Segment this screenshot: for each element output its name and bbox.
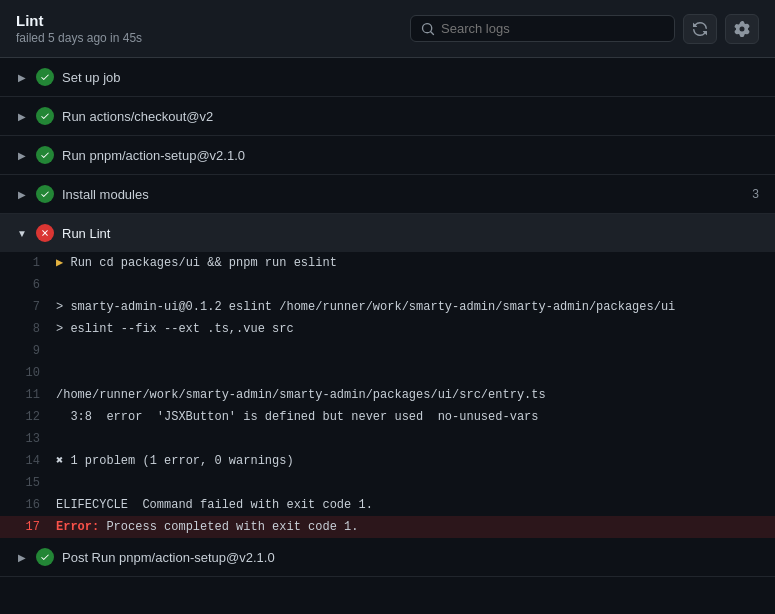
log-line-text-error: Error: Process completed with exit code …	[56, 517, 775, 537]
run-lint-header[interactable]: ▼ Run Lint	[0, 214, 775, 252]
step-label-setup: Set up job	[62, 70, 759, 85]
log-line-number: 10	[0, 363, 56, 383]
search-box[interactable]	[410, 15, 675, 42]
step-label-post-pnpm: Post Run pnpm/action-setup@v2.1.0	[62, 550, 759, 565]
log-line-number: 14	[0, 451, 56, 471]
log-line: 16 ELIFECYCLE Command failed with exit c…	[0, 494, 775, 516]
step-label-run-lint: Run Lint	[62, 226, 759, 241]
chevron-right-icon: ▶	[16, 189, 28, 200]
step-status-error	[36, 224, 54, 242]
log-line: 15	[0, 472, 775, 494]
header-info: Lint failed 5 days ago in 45s	[16, 12, 142, 45]
page-title: Lint	[16, 12, 142, 29]
chevron-right-icon: ▶	[16, 552, 28, 563]
log-section: 1 ▶ Run cd packages/ui && pnpm run eslin…	[0, 252, 775, 538]
search-input[interactable]	[441, 21, 664, 36]
log-line-text: /home/runner/work/smarty-admin/smarty-ad…	[56, 385, 775, 405]
log-line-error: 17 Error: Process completed with exit co…	[0, 516, 775, 538]
log-line-text: > eslint --fix --ext .ts,.vue src	[56, 319, 775, 339]
log-line: 6	[0, 274, 775, 296]
step-label-pnpm-setup: Run pnpm/action-setup@v2.1.0	[62, 148, 759, 163]
log-line-number: 12	[0, 407, 56, 427]
chevron-right-icon: ▶	[16, 72, 28, 83]
log-line-text: > smarty-admin-ui@0.1.2 eslint /home/run…	[56, 297, 775, 317]
step-status-success	[36, 68, 54, 86]
log-line-text: ✖ 1 problem (1 error, 0 warnings)	[56, 451, 775, 471]
triangle-icon: ▶	[56, 256, 63, 270]
chevron-right-icon: ▶	[16, 111, 28, 122]
step-status-success	[36, 146, 54, 164]
search-icon	[421, 22, 435, 36]
log-line-number: 15	[0, 473, 56, 493]
log-line: 10	[0, 362, 775, 384]
log-content: 1 ▶ Run cd packages/ui && pnpm run eslin…	[0, 252, 775, 538]
error-keyword: Error:	[56, 520, 99, 534]
log-line: 8 > eslint --fix --ext .ts,.vue src	[0, 318, 775, 340]
log-line-number: 1	[0, 253, 56, 273]
gear-icon	[734, 21, 750, 37]
log-line: 13	[0, 428, 775, 450]
step-item-run-lint: ▼ Run Lint 1 ▶ Run cd packages/ui && pnp…	[0, 214, 775, 538]
step-item-setup[interactable]: ▶ Set up job	[0, 58, 775, 97]
step-status-success	[36, 185, 54, 203]
log-line: 12 3:8 error 'JSXButton' is defined but …	[0, 406, 775, 428]
log-line: 14 ✖ 1 problem (1 error, 0 warnings)	[0, 450, 775, 472]
step-item-post-pnpm[interactable]: ▶ Post Run pnpm/action-setup@v2.1.0	[0, 538, 775, 577]
log-line-number: 17	[0, 517, 56, 537]
step-duration-install: 3	[752, 187, 759, 201]
step-label-install: Install modules	[62, 187, 759, 202]
page-subtitle: failed 5 days ago in 45s	[16, 31, 142, 45]
chevron-right-icon: ▶	[16, 150, 28, 161]
step-status-success	[36, 107, 54, 125]
log-line-text: ELIFECYCLE Command failed with exit code…	[56, 495, 775, 515]
step-item-checkout[interactable]: ▶ Run actions/checkout@v2	[0, 97, 775, 136]
log-line: 1 ▶ Run cd packages/ui && pnpm run eslin…	[0, 252, 775, 274]
header-actions	[410, 14, 759, 44]
step-item-pnpm-setup[interactable]: ▶ Run pnpm/action-setup@v2.1.0	[0, 136, 775, 175]
step-item-install[interactable]: ▶ Install modules 3	[0, 175, 775, 214]
log-line: 7 > smarty-admin-ui@0.1.2 eslint /home/r…	[0, 296, 775, 318]
log-line-number: 7	[0, 297, 56, 317]
log-line-text: ▶ Run cd packages/ui && pnpm run eslint	[56, 253, 775, 273]
log-line: 11 /home/runner/work/smarty-admin/smarty…	[0, 384, 775, 406]
log-line-number: 11	[0, 385, 56, 405]
log-line-number: 9	[0, 341, 56, 361]
refresh-icon	[692, 21, 708, 37]
refresh-button[interactable]	[683, 14, 717, 44]
log-line-number: 8	[0, 319, 56, 339]
log-line-number: 16	[0, 495, 56, 515]
log-line: 9	[0, 340, 775, 362]
log-line-number: 6	[0, 275, 56, 295]
settings-button[interactable]	[725, 14, 759, 44]
steps-list: ▶ Set up job ▶ Run actions/checkout@v2 ▶…	[0, 58, 775, 577]
step-label-checkout: Run actions/checkout@v2	[62, 109, 759, 124]
chevron-down-icon: ▼	[16, 228, 28, 239]
step-status-success	[36, 548, 54, 566]
log-line-text: 3:8 error 'JSXButton' is defined but nev…	[56, 407, 775, 427]
page-header: Lint failed 5 days ago in 45s	[0, 0, 775, 58]
log-line-number: 13	[0, 429, 56, 449]
